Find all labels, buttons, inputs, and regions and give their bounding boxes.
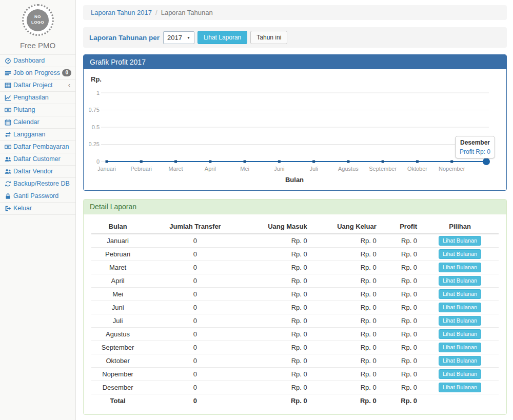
chart-tooltip: Desember Profit Rp: 0 (455, 136, 495, 158)
cell-jumlah-transfer: 0 (144, 368, 246, 381)
svg-text:September: September (369, 166, 397, 172)
lihat-bulanan-button[interactable]: Lihat Bulanan (439, 316, 481, 326)
sidebar-item-label: Daftar Pembayaran (13, 143, 71, 151)
svg-text:Oktober: Oktober (407, 166, 427, 172)
lihat-bulanan-button[interactable]: Lihat Bulanan (439, 263, 481, 272)
cell-jumlah-transfer: 0 (144, 234, 246, 248)
lihat-bulanan-button[interactable]: Lihat Bulanan (439, 369, 481, 379)
sidebar-item-ganti-password[interactable]: Ganti Password (0, 190, 75, 203)
cell-bulan: Juli (91, 314, 144, 328)
money-icon (5, 144, 13, 150)
table-row: Maret0Rp. 0Rp. 0Rp. 0Lihat Bulanan (91, 261, 499, 274)
page: NO LOGO Free PMO DashboardJob on Progres… (0, 0, 513, 420)
cell-total-keluar: Rp. 0 (311, 394, 381, 408)
cell-uang-keluar: Rp. 0 (311, 381, 381, 394)
lihat-bulanan-button[interactable]: Lihat Bulanan (439, 303, 481, 312)
cell-uang-keluar: Rp. 0 (311, 248, 381, 261)
cell-uang-masuk: Rp. 0 (246, 288, 311, 301)
cell-uang-keluar: Rp. 0 (311, 354, 381, 368)
cell-bulan: Januari (91, 234, 144, 248)
table-row: Juli0Rp. 0Rp. 0Rp. 0Lihat Bulanan (91, 314, 499, 328)
lihat-bulanan-button[interactable]: Lihat Bulanan (439, 249, 481, 259)
cell-profit: Rp. 0 (381, 234, 421, 248)
lihat-bulanan-button[interactable]: Lihat Bulanan (439, 236, 481, 246)
col-profit: Profit (381, 219, 421, 234)
sidebar-item-langganan[interactable]: Langganan (0, 129, 75, 141)
cell-uang-keluar: Rp. 0 (311, 328, 381, 341)
cell-profit: Rp. 0 (381, 314, 421, 328)
sidebar-item-backup-restore-db[interactable]: Backup/Restore DB (0, 178, 75, 190)
breadcrumb-active: Laporan Tahunan (161, 9, 213, 16)
sidebar-item-daftar-customer[interactable]: Daftar Customer (0, 153, 75, 166)
svg-text:Pebruari: Pebruari (130, 166, 152, 172)
sidebar-item-dashboard[interactable]: Dashboard (0, 55, 75, 67)
lihat-bulanan-button[interactable]: Lihat Bulanan (439, 289, 481, 299)
breadcrumb-link[interactable]: Laporan Tahun 2017 (91, 9, 152, 16)
brand-name: Free PMO (0, 41, 75, 50)
cell-profit: Rp. 0 (381, 368, 421, 381)
profit-chart[interactable]: Rp.10.750.50.250JanuariPebruariMaretApri… (84, 69, 506, 190)
cell-jumlah-transfer: 0 (144, 301, 246, 314)
table-header: Bulan Jumlah Transfer Uang Masuk Uang Ke… (91, 219, 499, 234)
col-uang-masuk: Uang Masuk (246, 219, 311, 234)
lihat-laporan-button[interactable]: Lihat Laporan (198, 31, 247, 44)
sidebar-item-job-on-progress[interactable]: Job on Progress0 (0, 67, 75, 79)
sidebar-item-daftar-vendor[interactable]: Daftar Vendor (0, 166, 75, 178)
cell-uang-masuk: Rp. 0 (246, 354, 311, 368)
cell-uang-keluar: Rp. 0 (311, 261, 381, 274)
cell-profit: Rp. 0 (381, 248, 421, 261)
lihat-bulanan-button[interactable]: Lihat Bulanan (439, 343, 481, 352)
cell-profit: Rp. 0 (381, 341, 421, 354)
cell-uang-keluar: Rp. 0 (311, 234, 381, 248)
filter-label: Laporan Tahunan per (89, 34, 160, 42)
cell-profit: Rp. 0 (381, 274, 421, 288)
cell-bulan: Oktober (91, 354, 144, 368)
tooltip-title: Desember (460, 139, 490, 146)
cell-uang-masuk: Rp. 0 (246, 301, 311, 314)
lihat-bulanan-button[interactable]: Lihat Bulanan (439, 276, 481, 286)
table-row: Agustus0Rp. 0Rp. 0Rp. 0Lihat Bulanan (91, 328, 499, 341)
cell-uang-masuk: Rp. 0 (246, 274, 311, 288)
cell-profit: Rp. 0 (381, 354, 421, 368)
sidebar-item-label: Daftar Customer (13, 155, 71, 163)
logo-block: NO LOGO Free PMO (0, 0, 75, 54)
sidebar-item-piutang[interactable]: Piutang (0, 104, 75, 116)
lihat-bulanan-button[interactable]: Lihat Bulanan (439, 383, 481, 392)
users-icon (5, 156, 13, 163)
svg-text:Juni: Juni (274, 166, 284, 172)
cell-jumlah-transfer: 0 (144, 354, 246, 368)
sidebar-item-penghasilan[interactable]: Penghasilan (0, 92, 75, 104)
cell-uang-keluar: Rp. 0 (311, 288, 381, 301)
cell-jumlah-transfer: 0 (144, 314, 246, 328)
cell-uang-keluar: Rp. 0 (311, 368, 381, 381)
sign-out-icon (5, 205, 13, 212)
detail-panel-title: Detail Laporan (84, 199, 506, 214)
cell-bulan: Nopember (91, 368, 144, 381)
sidebar-item-label: Penghasilan (13, 93, 71, 102)
table-row: Desember0Rp. 0Rp. 0Rp. 0Lihat Bulanan (91, 381, 499, 394)
sidebar-item-label: Calendar (13, 118, 71, 126)
svg-text:Agustus: Agustus (338, 166, 359, 172)
svg-text:0: 0 (96, 158, 100, 165)
cell-uang-masuk: Rp. 0 (246, 261, 311, 274)
tooltip-value: Profit Rp: 0 (460, 148, 490, 155)
col-jumlah-transfer: Jumlah Transfer (144, 219, 246, 234)
sidebar-item-calendar[interactable]: Calendar (0, 116, 75, 129)
sidebar-item-daftar-project[interactable]: Daftar Project‹ (0, 79, 75, 92)
sidebar-item-label: Daftar Project (13, 81, 68, 89)
sidebar-item-daftar-pembayaran[interactable]: Daftar Pembayaran (0, 141, 75, 153)
calendar-icon (5, 119, 13, 126)
cell-uang-masuk: Rp. 0 (246, 314, 311, 328)
year-select[interactable]: 2017 ▼ (163, 31, 194, 44)
table-row: Nopember0Rp. 0Rp. 0Rp. 0Lihat Bulanan (91, 368, 499, 381)
cell-jumlah-transfer: 0 (144, 274, 246, 288)
chart-line-icon (5, 94, 13, 101)
cell-uang-keluar: Rp. 0 (311, 301, 381, 314)
tahun-ini-button[interactable]: Tahun ini (250, 31, 287, 44)
lihat-bulanan-button[interactable]: Lihat Bulanan (439, 356, 481, 366)
sidebar-item-label: Dashboard (13, 56, 71, 65)
sidebar-item-label: Piutang (13, 106, 71, 114)
table-row: September0Rp. 0Rp. 0Rp. 0Lihat Bulanan (91, 341, 499, 354)
sidebar-item-keluar[interactable]: Keluar (0, 203, 75, 215)
lihat-bulanan-button[interactable]: Lihat Bulanan (439, 329, 481, 339)
